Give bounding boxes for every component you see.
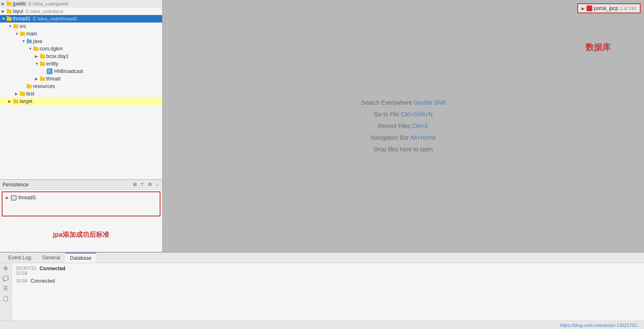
shortcut-key-alt-home: Alt+Home — [410, 134, 436, 141]
folder-icon — [40, 55, 45, 58]
tree-label: resources — [33, 83, 55, 89]
db-cylinder-icon — [586, 5, 592, 11]
tree-path: E:\idea_code\jpwbb — [28, 1, 68, 6]
tree-arrow: ▼ — [8, 24, 13, 28]
tree-item-entity[interactable]: ▼ entity — [0, 60, 162, 68]
project-tree: ▶ jpwbb E:\idea_code\jpwbb ▶ layui E:\id… — [0, 0, 162, 179]
bottom-tabs: Event Log: General Database — [0, 253, 644, 263]
tree-arrow: ▶ — [35, 54, 39, 58]
tree-item-jpwbb[interactable]: ▶ jpwbb E:\idea_code\jpwbb — [0, 0, 162, 8]
tree-item-java[interactable]: ▼ java — [0, 38, 162, 45]
java-class-icon: C — [47, 68, 53, 74]
tree-arrow: ▶ — [15, 92, 19, 96]
log-messages: 2019/7/1210:58 Connected 10:58 Connected — [12, 263, 644, 321]
tree-item-hhbroadcast[interactable]: C HhBroadcast — [0, 68, 162, 75]
settings-tool-btn[interactable]: ⚙ — [147, 181, 153, 188]
persistence-db-icon — [11, 195, 17, 201]
db-panel-box[interactable]: ▶ portal_ipcp 1 of 192 — [577, 3, 641, 13]
tree-item-resources[interactable]: resources — [0, 83, 162, 90]
persistence-item-threads[interactable]: ▶ threadS — [4, 194, 158, 201]
tree-item-main[interactable]: ▼ main — [0, 30, 162, 38]
log-timestamp-2: 10:58 — [16, 278, 28, 283]
tree-label: jpwbb — [13, 1, 26, 7]
status-bar: https://blog.csdn.net/weixin-13521732... — [0, 321, 644, 329]
log-entry-1: 2019/7/1210:58 Connected — [16, 266, 640, 276]
tree-path: E:\idea_code\threadS — [33, 16, 77, 21]
folder-icon — [13, 25, 18, 28]
folder-icon — [40, 77, 45, 81]
persistence-header: Persistence ⊞ T ⚙ ↑ — [0, 180, 162, 190]
right-panel: ▶ portal_ipcp 1 of 192 数据库 Search Everyw… — [163, 0, 644, 252]
structure-tool-btn[interactable]: T — [140, 181, 145, 188]
folder-icon — [13, 100, 18, 103]
side-icon-1[interactable]: ⚙ — [2, 265, 10, 272]
db-label-chinese: 数据库 — [586, 42, 611, 53]
tree-label: HhBroadcast — [54, 68, 83, 74]
log-message-1: Connected — [40, 266, 65, 271]
shortcut-label: Navigation Bar — [371, 134, 410, 141]
tree-label: com.dgkm — [40, 46, 63, 52]
bottom-side-icons: ⚙ 💬 ☰ 📋 — [0, 263, 12, 321]
folder-icon — [20, 92, 25, 96]
tree-item-target[interactable]: ▶ target — [0, 98, 162, 105]
expand-tool-btn[interactable]: ↑ — [155, 181, 160, 188]
tree-label: target — [20, 98, 33, 104]
tree-item-src[interactable]: ▼ src — [0, 23, 162, 30]
tree-arrow: ▶ — [2, 2, 6, 6]
db-name: portal_ipcp — [594, 5, 619, 11]
tree-arrow: ▼ — [15, 32, 19, 36]
persistence-tools: ⊞ T ⚙ ↑ — [132, 181, 160, 188]
folder-icon — [7, 2, 12, 6]
tree-item-thread[interactable]: ▶ thread — [0, 75, 162, 83]
shortcut-drop: Drop files here to open — [374, 146, 433, 153]
tree-arrow: ▼ — [28, 47, 33, 51]
shortcut-drop-label: Drop files here to open — [374, 146, 433, 153]
tree-arrow: ▶ — [2, 9, 6, 13]
db-panel-top-right: ▶ portal_ipcp 1 of 192 — [577, 3, 641, 13]
persistence-item-label: threadS — [18, 195, 36, 201]
db-expand-arrow: ▶ — [581, 6, 585, 11]
tab-event-log[interactable]: Event Log: — [3, 253, 37, 263]
side-icon-2[interactable]: 💬 — [2, 275, 10, 282]
shortcut-label: Go to File — [374, 111, 401, 118]
shortcut-key-double-shift: Double Shift — [413, 99, 445, 106]
shortcut-label: Recent Files — [378, 123, 412, 129]
folder-icon-blue — [27, 40, 32, 43]
persistence-panel: Persistence ⊞ T ⚙ ↑ ▶ threadS — [0, 179, 162, 218]
tree-item-com-dgkm[interactable]: ▼ com.dgkm — [0, 45, 162, 53]
left-panel: ▶ jpwbb E:\idea_code\jpwbb ▶ layui E:\id… — [0, 0, 163, 252]
tree-label: test — [26, 91, 34, 97]
folder-icon — [33, 47, 38, 51]
tree-label: java — [33, 38, 42, 44]
tree-item-test[interactable]: ▶ test — [0, 90, 162, 98]
tab-general[interactable]: General — [37, 253, 65, 263]
shortcut-navbar: Navigation Bar Alt+Home — [371, 134, 436, 141]
shortcut-label: Search Everywhere — [361, 99, 413, 106]
log-message-2: Connected — [31, 278, 55, 284]
tree-item-threads[interactable]: ▼ threadS E:\idea_code\threadS — [0, 15, 162, 23]
grid-tool-btn[interactable]: ⊞ — [132, 181, 138, 188]
shortcut-goto: Go to File Ctrl+Shift+N — [374, 111, 433, 118]
folder-icon — [7, 17, 12, 21]
tree-label: bcsx.day1 — [46, 53, 69, 59]
status-url[interactable]: https://blog.csdn.net/weixin-13521732... — [560, 323, 641, 328]
tree-arrow: ▶ — [8, 99, 13, 103]
tab-database[interactable]: Database — [65, 253, 96, 263]
tree-path: E:\idea_code\layui — [26, 9, 63, 14]
log-timestamp-1: 2019/7/1210:58 — [16, 266, 36, 276]
bottom-panel: Event Log: General Database ⚙ 💬 ☰ 📋 2019… — [0, 252, 644, 329]
folder-icon — [7, 10, 12, 13]
tree-label: main — [26, 31, 37, 37]
tree-item-layui[interactable]: ▶ layui E:\idea_code\layui — [0, 8, 162, 15]
db-count: 1 of 192 — [620, 6, 636, 11]
tree-arrow: ▶ — [35, 77, 39, 81]
center-content: Search Everywhere Double Shift Go to Fil… — [163, 0, 644, 252]
tree-label: entity — [46, 61, 58, 67]
side-icon-4[interactable]: 📋 — [2, 295, 10, 302]
tree-item-bcsx-day1[interactable]: ▶ bcsx.day1 — [0, 53, 162, 60]
tree-label: thread — [46, 76, 60, 82]
folder-icon — [27, 85, 32, 88]
side-icon-3[interactable]: ☰ — [2, 285, 10, 292]
tree-label: src — [20, 23, 26, 29]
tree-arrow: ▼ — [22, 39, 26, 43]
